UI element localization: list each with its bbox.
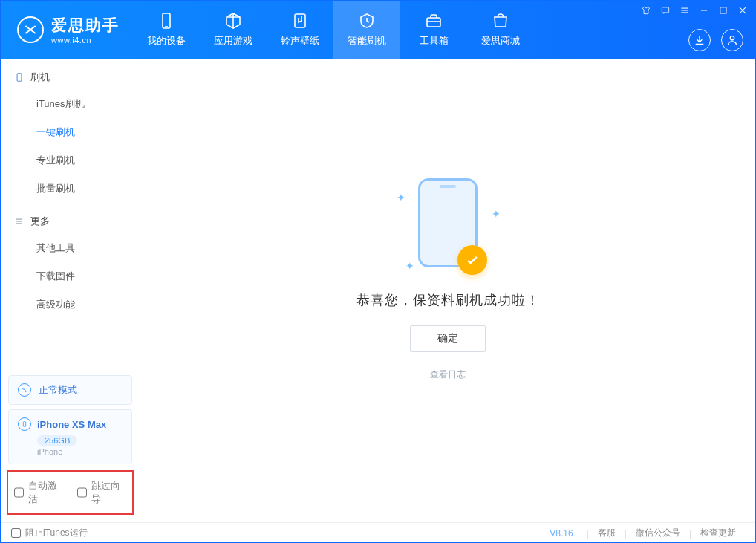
minimize-button[interactable] bbox=[699, 5, 709, 16]
sidebar-item-one-click-flash[interactable]: 一键刷机 bbox=[1, 118, 140, 146]
app-url: www.i4.cn bbox=[51, 36, 120, 45]
svg-rect-20 bbox=[23, 422, 25, 427]
svg-rect-3 bbox=[427, 18, 440, 27]
check-badge-icon bbox=[457, 245, 487, 275]
nav-toolbox[interactable]: 工具箱 bbox=[400, 1, 467, 59]
nav-smart-flash[interactable]: 智能刷机 bbox=[333, 1, 400, 59]
sidebar-item-download-firmware[interactable]: 下载固件 bbox=[1, 262, 140, 290]
download-button[interactable] bbox=[688, 29, 711, 51]
svg-rect-0 bbox=[163, 13, 170, 28]
nav-apps-games[interactable]: 应用游戏 bbox=[200, 1, 267, 59]
logo-icon bbox=[17, 16, 44, 43]
success-hero: ✦ ✦ ✦ 恭喜您，保资料刷机成功啦！ 确定 查看日志 bbox=[356, 178, 540, 381]
sidebar-item-batch-flash[interactable]: 批量刷机 bbox=[1, 175, 140, 203]
svg-point-5 bbox=[730, 36, 734, 40]
sidebar-item-advanced[interactable]: 高级功能 bbox=[1, 290, 140, 319]
svg-rect-11 bbox=[720, 7, 726, 13]
status-bar: 阻止iTunes运行 V8.16 | 客服 | 微信公众号 | 检查更新 bbox=[1, 522, 755, 543]
nav-ringtone-wallpaper[interactable]: 铃声壁纸 bbox=[267, 1, 333, 59]
main-nav: 我的设备 应用游戏 铃声壁纸 智能刷机 工具箱 爱思商城 bbox=[133, 1, 534, 59]
app-name: 爱思助手 bbox=[51, 15, 120, 36]
ok-button[interactable]: 确定 bbox=[410, 325, 486, 352]
svg-rect-14 bbox=[17, 74, 22, 82]
footer-link-update[interactable]: 检查更新 bbox=[691, 527, 745, 539]
sidebar-item-itunes-flash[interactable]: iTunes刷机 bbox=[1, 90, 140, 118]
sidebar-group-more: 更多 bbox=[1, 203, 140, 234]
sidebar-item-other-tools[interactable]: 其他工具 bbox=[1, 234, 140, 262]
checkbox-auto-activate[interactable] bbox=[14, 487, 24, 498]
device-type: iPhone bbox=[37, 447, 123, 456]
sparkle-icon: ✦ bbox=[397, 192, 405, 204]
mode-card[interactable]: 正常模式 bbox=[8, 375, 132, 405]
footer-link-support[interactable]: 客服 bbox=[589, 527, 625, 539]
device-capacity: 256GB bbox=[37, 435, 77, 446]
svg-rect-2 bbox=[295, 14, 305, 27]
footer-link-wechat[interactable]: 微信公众号 bbox=[627, 527, 689, 539]
maximize-button[interactable] bbox=[718, 5, 729, 16]
svg-point-18 bbox=[23, 388, 25, 390]
nav-store[interactable]: 爱思商城 bbox=[467, 1, 534, 59]
menu-icon[interactable] bbox=[680, 5, 690, 16]
main-content: ✦ ✦ ✦ 恭喜您，保资料刷机成功啦！ 确定 查看日志 bbox=[140, 59, 755, 522]
flash-options-row: 自动激活 跳过向导 bbox=[7, 470, 134, 515]
success-title: 恭喜您，保资料刷机成功啦！ bbox=[356, 291, 540, 309]
app-logo: 爱思助手 www.i4.cn bbox=[1, 1, 133, 59]
svg-point-19 bbox=[25, 391, 27, 392]
account-button[interactable] bbox=[721, 29, 743, 51]
sidebar: 刷机 iTunes刷机 一键刷机 专业刷机 批量刷机 更多 其他工具 下载固件 … bbox=[1, 59, 140, 522]
device-name: iPhone XS Max bbox=[37, 419, 106, 430]
header-actions bbox=[688, 29, 743, 51]
sparkle-icon: ✦ bbox=[492, 208, 501, 220]
view-log-link[interactable]: 查看日志 bbox=[430, 368, 466, 381]
sidebar-item-pro-flash[interactable]: 专业刷机 bbox=[1, 146, 140, 175]
phone-icon bbox=[14, 72, 25, 82]
list-icon bbox=[14, 216, 25, 227]
checkbox-skip-guide[interactable] bbox=[77, 487, 87, 498]
nav-my-device[interactable]: 我的设备 bbox=[133, 1, 200, 59]
mode-icon bbox=[18, 383, 31, 397]
sidebar-group-flash: 刷机 bbox=[1, 59, 140, 90]
option-auto-activate[interactable]: 自动激活 bbox=[14, 479, 64, 506]
success-illustration: ✦ ✦ ✦ bbox=[392, 178, 504, 275]
device-card[interactable]: iPhone XS Max 256GB iPhone bbox=[8, 409, 132, 464]
shirt-icon[interactable] bbox=[641, 5, 651, 16]
feedback-icon[interactable] bbox=[660, 5, 671, 16]
option-block-itunes[interactable]: 阻止iTunes运行 bbox=[11, 527, 88, 539]
mode-label: 正常模式 bbox=[39, 383, 77, 397]
option-skip-guide[interactable]: 跳过向导 bbox=[77, 479, 127, 506]
version-label: V8.16 bbox=[550, 528, 573, 539]
device-icon bbox=[18, 417, 31, 431]
checkbox-block-itunes[interactable] bbox=[11, 528, 21, 538]
close-button[interactable] bbox=[737, 5, 748, 16]
svg-rect-6 bbox=[662, 7, 668, 13]
window-controls bbox=[641, 5, 748, 16]
sparkle-icon: ✦ bbox=[405, 260, 414, 272]
title-bar: 爱思助手 www.i4.cn 我的设备 应用游戏 铃声壁纸 智能刷机 工具箱 爱… bbox=[1, 1, 755, 59]
